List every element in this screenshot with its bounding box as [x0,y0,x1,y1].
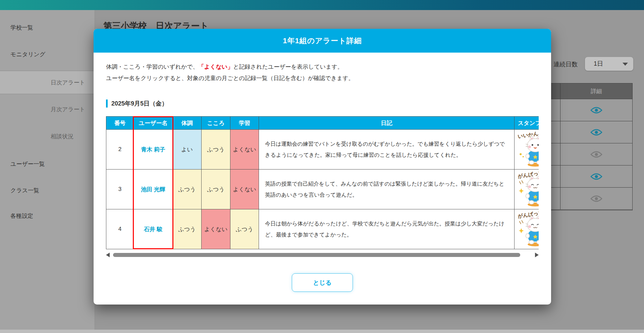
mood-cell: ふつう [202,170,230,209]
table-row: 2 青木 莉子 よい ふつう よくない 今日は運動会の練習でバトンを受け取るのが… [106,130,539,170]
date-text: 2025年9月5日（金） [111,99,168,108]
diary-cell: 今日は運動会の練習でバトンを受け取るのがむずかしかった。でも練習をくり返したら少… [259,130,515,170]
table-header-row: 番号 ユーザー名 体調 こころ 学習 日記 スタンプ [106,117,539,130]
sidebar-item-class-list[interactable]: クラス一覧 [0,181,95,200]
eye-icon[interactable] [590,106,602,114]
streak-days-label: 連続日数 [553,60,578,68]
user-name-cell: 池田 光輝 [134,170,173,209]
sidebar-item-school-list[interactable]: 学校一覧 [0,18,95,37]
col-header-stamp: スタンプ [515,117,539,130]
user-name-link[interactable]: 青木 莉子 [141,146,165,153]
user-name-cell: 石井 駿 [134,209,173,249]
scroll-left-arrow-icon[interactable] [106,253,110,257]
user-name-link[interactable]: 石井 駿 [144,226,163,232]
study-cell: ふつう [230,209,259,249]
col-header-mood: こころ [202,117,230,130]
alert-detail-table: 番号 ユーザー名 体調 こころ 学習 日記 スタンプ 2 [106,116,539,249]
eye-icon[interactable] [590,195,602,203]
description-line1-suffix: と記録されたユーザーを表示しています。 [233,64,343,70]
streak-days-dropdown[interactable]: 1日 [585,57,633,71]
chevron-down-icon [623,63,628,66]
detail-cell [560,99,632,121]
sidebar-item-daily-alert[interactable]: 日次アラート [0,71,95,94]
detail-cell [560,165,632,187]
condition-cell: よい [173,130,202,170]
number-cell: 3 [106,170,134,209]
cat-stamp-sticker: がんばって [517,171,539,208]
sidebar: 学校一覧 モニタリング 日次アラート 月次アラート 相談状況 ユーザー一覧 クラ… [0,10,95,333]
stamp-text: いいかんじ [517,131,539,139]
alert-detail-table-wrap: 番号 ユーザー名 体調 こころ 学習 日記 スタンプ 2 [106,116,539,249]
col-header-condition: 体調 [173,117,202,130]
col-header-diary: 日記 [259,117,515,130]
description-line1-prefix: 体調・こころ・学習のいずれかで、 [106,64,199,70]
table-horizontal-scrollbar [106,253,539,257]
stamp-cell: がんばって [515,170,539,209]
alert-detail-modal: 1年1組のアラート詳細 体調・こころ・学習のいずれかで、「よくない」と記録された… [94,29,551,305]
modal-body: 体調・こころ・学習のいずれかで、「よくない」と記録されたユーザーを表示しています… [94,61,551,292]
condition-cell: ふつう [173,170,202,209]
scrollbar-thumb[interactable] [113,253,520,257]
sidebar-item-consultation[interactable]: 相談状況 [0,127,95,146]
condition-cell: ふつう [173,209,202,249]
sidebar-item-monthly-alert[interactable]: 月次アラート [0,100,95,119]
screen: 学校一覧 モニタリング 日次アラート 月次アラート 相談状況 ユーザー一覧 クラ… [0,0,644,333]
description-line2: ユーザー名をクリックすると、対象の児童の月ごとの記録一覧（日記を含む）が確認でき… [106,75,354,81]
diary-cell: 今日は朝から体がだるかったけど、学校で友だちと遊んだら元気が出た。授業は少し大変… [259,209,515,249]
streak-days-value: 1日 [594,60,603,67]
stamp-cell: がんばって [515,209,539,249]
detail-column-header: 詳細 [560,83,632,99]
sidebar-item-settings[interactable]: 各種設定 [0,207,95,225]
sidebar-item-user-list[interactable]: ユーザー一覧 [0,155,95,174]
eye-icon[interactable] [590,173,602,181]
eye-icon[interactable] [590,128,602,136]
stamp-text: がんばって [517,171,539,179]
cat-stamp-sticker: いいかんじ [517,131,539,168]
modal-header: 1年1組のアラート詳細 [94,29,551,53]
study-cell: よくない [230,170,259,209]
date-accent-bar [106,99,108,108]
eye-icon[interactable] [590,150,602,158]
scrollbar-track[interactable] [113,253,532,257]
number-cell: 4 [106,209,134,249]
modal-description: 体調・こころ・学習のいずれかで、「よくない」と記録されたユーザーを表示しています… [106,61,539,84]
detail-cell [560,121,632,143]
user-name-link[interactable]: 池田 光輝 [141,186,165,193]
cat-stamp-sticker: がんばって [517,210,539,248]
mood-cell: よくない [202,209,230,249]
page-horizontal-scrollbar[interactable] [0,330,644,333]
study-cell: よくない [230,130,259,170]
diary-cell: 英語の授業で自己紹介をして、みんなの前で話すのは緊張したけど楽しかった。帰り道に… [259,170,515,209]
modal-title: 1年1組のアラート詳細 [283,36,362,46]
detail-cell [560,188,632,209]
close-button[interactable]: とじる [292,273,353,292]
sidebar-item-monitoring[interactable]: モニタリング [0,45,95,64]
mood-cell: ふつう [202,130,230,170]
description-highlight: 「よくない」 [199,64,233,70]
scroll-right-arrow-icon[interactable] [535,253,539,257]
date-heading: 2025年9月5日（金） [106,99,539,108]
table-row: 4 石井 駿 ふつう よくない ふつう 今日は朝から体がだるかったけど、学校で友… [106,209,539,249]
col-header-user-name: ユーザー名 [134,117,173,130]
table-row: 3 池田 光輝 ふつう ふつう よくない 英語の授業で自己紹介をして、みんなの前… [106,170,539,209]
app-top-bar [0,0,644,10]
user-name-cell: 青木 莉子 [134,130,173,170]
stamp-cell: いいかんじ [515,130,539,170]
detail-cell [560,143,632,165]
number-cell: 2 [106,130,134,170]
col-header-number: 番号 [106,117,134,130]
col-header-study: 学習 [230,117,259,130]
stamp-text: がんばって [517,210,539,219]
